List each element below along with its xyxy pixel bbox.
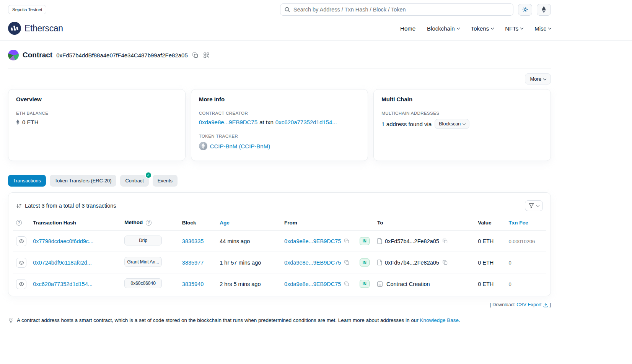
- theme-toggle-button[interactable]: [518, 4, 532, 16]
- search-box[interactable]: [280, 3, 513, 16]
- etherscan-logo-icon: [8, 22, 21, 35]
- footer-note-text: A contract address hosts a smart contrac…: [17, 317, 419, 323]
- multichain-card: Multi Chain MULTICHAIN ADDRESSES 1 addre…: [373, 89, 551, 161]
- tx-preview-button[interactable]: [16, 258, 26, 268]
- col-header-value: Value: [475, 215, 505, 231]
- token-tracker-link[interactable]: CCIP-BnM (CCIP-BnM): [210, 143, 270, 150]
- col-header-from: From: [281, 215, 357, 231]
- filter-button[interactable]: [525, 200, 543, 211]
- tab-events[interactable]: Events: [153, 175, 178, 187]
- copy-address-button[interactable]: [192, 52, 199, 59]
- value-cell: 0 ETH: [475, 273, 505, 295]
- tx-hash-link[interactable]: 0x0724bdf9c118afc2d...: [33, 260, 92, 266]
- blockscan-dropdown[interactable]: Blockscan: [435, 119, 469, 129]
- sun-icon: [522, 6, 528, 13]
- chevron-down-icon: [456, 26, 459, 29]
- nav-blockchain[interactable]: Blockchain: [427, 25, 459, 32]
- direction-badge: IN: [360, 280, 370, 288]
- nav-tokens[interactable]: Tokens: [471, 25, 494, 32]
- block-link[interactable]: 3835977: [182, 260, 204, 266]
- col-header-to: To: [374, 215, 475, 231]
- multichain-addresses-label: MULTICHAIN ADDRESSES: [381, 111, 543, 115]
- tab-transactions[interactable]: Transactions: [8, 175, 46, 187]
- qr-code-button[interactable]: [203, 52, 210, 59]
- filter-icon: [529, 203, 534, 208]
- search-input[interactable]: [293, 6, 509, 13]
- nav-home[interactable]: Home: [400, 25, 415, 32]
- to-address: 0xFd57b4...2Fe82a05: [385, 260, 439, 266]
- from-address-link[interactable]: 0xda9e8e...9EB9DC75: [284, 281, 341, 287]
- eye-icon: [19, 260, 24, 265]
- main-header: Etherscan Home Blockchain Tokens NFTs Mi…: [0, 16, 632, 41]
- ethereum-icon: [16, 119, 20, 125]
- transactions-card: Latest 3 from a total of 3 transactions …: [8, 192, 551, 296]
- knowledge-base-link[interactable]: Knowledge Base: [420, 317, 459, 323]
- table-row: 0x7798dcdaec0f6dd9c... Drip 3836335 44 m…: [13, 231, 546, 252]
- tab-contract[interactable]: Contract ✓: [120, 175, 148, 187]
- contract-creator-label: CONTRACT CREATOR: [199, 111, 360, 115]
- method-badge[interactable]: 0x60c06040: [124, 278, 162, 288]
- copy-to-button[interactable]: [442, 238, 448, 244]
- tab-token-transfers[interactable]: Token Transfers (ERC-20): [50, 175, 117, 187]
- nav-misc[interactable]: Misc: [534, 25, 551, 32]
- eth-balance-value: 0 ETH: [22, 119, 39, 125]
- copy-to-button[interactable]: [442, 259, 448, 266]
- fee-cell: 0: [508, 281, 511, 287]
- network-button[interactable]: Sepolia Testnet: [8, 5, 46, 14]
- to-address: Contract Creation: [386, 281, 430, 287]
- help-icon[interactable]: ?: [146, 220, 151, 226]
- block-link[interactable]: 3835940: [182, 281, 204, 287]
- tx-preview-button[interactable]: [16, 279, 26, 289]
- tx-preview-button[interactable]: [16, 236, 26, 246]
- creator-address-link[interactable]: 0xda9e8e...9EB9DC75: [199, 119, 257, 125]
- value-cell: 0 ETH: [475, 231, 505, 252]
- token-tracker-label: TOKEN TRACKER: [199, 134, 360, 138]
- fee-cell: 0: [508, 260, 511, 266]
- method-badge[interactable]: Drip: [124, 236, 162, 245]
- table-row: 0x0724bdf9c118afc2d... Grant Mint An... …: [13, 252, 546, 273]
- nav-nfts[interactable]: NFTs: [505, 25, 523, 32]
- chevron-down-icon: [491, 26, 494, 29]
- more-info-title: More Info: [199, 96, 360, 102]
- col-header-block: Block: [179, 215, 217, 231]
- footer-note-suffix: .: [459, 317, 460, 323]
- eye-icon: [19, 239, 24, 244]
- more-button[interactable]: More: [525, 73, 551, 84]
- help-icon[interactable]: ?: [16, 220, 22, 226]
- transactions-summary: Latest 3 from a total of 3 transactions: [25, 203, 116, 209]
- tx-hash-link[interactable]: 0xc620a77352d1d154...: [33, 281, 93, 287]
- value-cell: 0 ETH: [475, 252, 505, 273]
- search-icon: [284, 6, 290, 13]
- col-header-fee[interactable]: Txn Fee: [505, 215, 546, 231]
- token-coin-icon: [199, 142, 207, 150]
- copy-from-button[interactable]: [344, 259, 350, 266]
- col-header-age[interactable]: Age: [217, 215, 281, 231]
- block-link[interactable]: 3836335: [182, 238, 204, 244]
- etherscan-logo[interactable]: Etherscan: [8, 22, 63, 35]
- from-address-link[interactable]: 0xda9e8e...9EB9DC75: [284, 260, 341, 266]
- download-prefix: [ Download:: [490, 302, 515, 307]
- chevron-down-icon: [543, 77, 546, 80]
- csv-export-link[interactable]: CSV Export: [516, 302, 541, 307]
- col-header-hash: Transaction Hash: [30, 215, 121, 231]
- fee-cell: 0.00010206: [508, 239, 535, 244]
- copy-from-button[interactable]: [344, 281, 350, 287]
- download-row: [ Download: CSV Export ]: [8, 302, 551, 307]
- ethereum-network-button[interactable]: [537, 4, 551, 16]
- download-suffix: ]: [550, 302, 551, 307]
- eye-icon: [19, 281, 24, 287]
- contract-avatar: [8, 50, 19, 60]
- method-badge[interactable]: Grant Mint An...: [124, 257, 162, 267]
- col-header-method: Method ?: [121, 215, 179, 231]
- eth-balance-label: ETH BALANCE: [16, 111, 178, 115]
- verified-check-icon: ✓: [146, 172, 151, 178]
- tx-hash-link[interactable]: 0x7798dcdaec0f6dd9c...: [33, 238, 93, 244]
- contract-address: 0xFd57b4ddBf88a4e07fF4e34C487b99af2Fe82a…: [56, 52, 188, 58]
- copy-icon: [443, 260, 448, 265]
- copy-from-button[interactable]: [344, 238, 350, 244]
- copy-icon: [344, 260, 349, 265]
- chevron-down-icon: [536, 204, 539, 207]
- creation-txn-link[interactable]: 0xc620a77352d1d154...: [275, 119, 337, 125]
- from-address-link[interactable]: 0xda9e8e...9EB9DC75: [284, 238, 341, 244]
- direction-badge: IN: [360, 258, 370, 266]
